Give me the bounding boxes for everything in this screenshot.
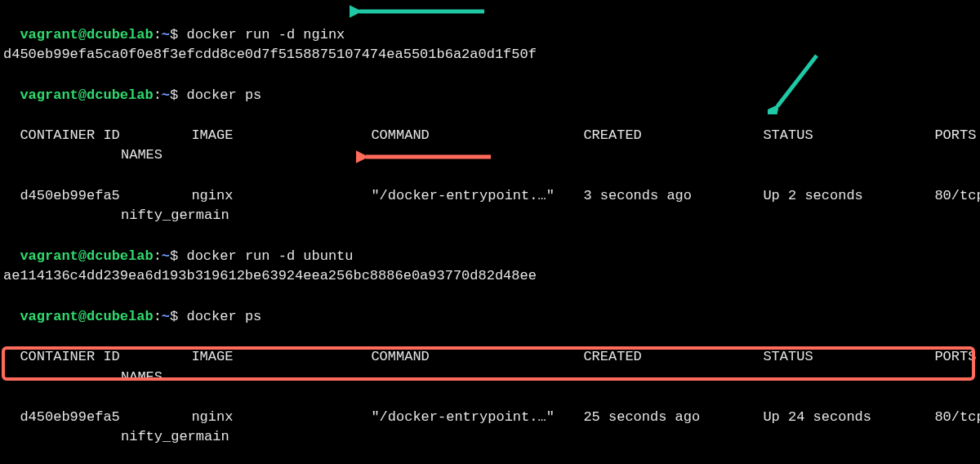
prompt-host: dcubelab <box>87 87 154 103</box>
table-header: CONTAINER IDIMAGECOMMANDCREATEDSTATUSPOR… <box>3 327 977 367</box>
cell-ports: 80/tcp <box>934 186 980 207</box>
command-text: docker run -d nginx <box>186 27 345 42</box>
table-row-wrap: nifty_germain <box>3 206 977 226</box>
col-ports: PORTS <box>934 126 980 146</box>
cell-command: "/docker-entrypoint.…" <box>371 408 583 428</box>
cell-ports: 80/tcp <box>934 408 980 428</box>
prompt-colon: : <box>154 87 162 103</box>
prompt-user: vagrant <box>20 27 78 42</box>
prompt-user: vagrant <box>20 87 78 103</box>
command-text: docker ps <box>186 87 261 103</box>
col-id: CONTAINER ID <box>20 347 191 368</box>
col-created: CREATED <box>583 126 763 146</box>
prompt-path: ~ <box>162 309 170 324</box>
col-names: NAMES <box>121 147 163 163</box>
prompt-colon: : <box>154 309 162 324</box>
prompt-at: @ <box>78 309 87 324</box>
cell-name: nifty_germain <box>121 429 229 444</box>
cell-id: d450eb99efa5 <box>20 408 191 428</box>
col-image: IMAGE <box>191 126 371 146</box>
col-command: COMMAND <box>371 347 583 368</box>
cell-created: 3 seconds ago <box>583 186 763 207</box>
prompt-host: dcubelab <box>87 27 154 42</box>
col-names: NAMES <box>121 369 163 385</box>
prompt-user: vagrant <box>20 248 78 264</box>
output-hash: ae114136c4dd239ea6d193b319612be63924eea2… <box>3 266 977 287</box>
output-hash: d450eb99efa5ca0f0e8f3efcdd8ce0d7f5158875… <box>3 45 977 65</box>
table-row: d450eb99efa5nginx"/docker-entrypoint.…"3… <box>3 166 977 206</box>
col-command: COMMAND <box>371 126 583 146</box>
col-status: STATUS <box>763 126 934 146</box>
table-header-wrap: NAMES <box>3 145 977 166</box>
cell-command: "/docker-entrypoint.…" <box>371 186 583 207</box>
prompt-host: dcubelab <box>87 309 154 324</box>
terminal-line[interactable]: vagrant@dcubelab:~$ docker ps <box>3 65 977 105</box>
cell-image: nginx <box>191 186 371 207</box>
prompt-dollar: $ <box>170 87 178 103</box>
cell-name: nifty_germain <box>121 207 229 223</box>
terminal-line[interactable]: vagrant@dcubelab:~$ docker run -d ubuntu <box>3 226 977 266</box>
prompt-dollar: $ <box>170 248 178 264</box>
terminal-line[interactable]: vagrant@dcubelab:~$ docker run -d nginx <box>3 5 977 45</box>
terminal-line[interactable]: vagrant@dcubelab:~$ docker ps -a <box>3 448 977 464</box>
cell-status: Up 24 seconds <box>763 408 934 428</box>
col-status: STATUS <box>763 347 934 368</box>
prompt-dollar: $ <box>170 27 178 42</box>
command-text: docker run -d ubuntu <box>186 248 353 264</box>
prompt-path: ~ <box>162 27 170 42</box>
col-image: IMAGE <box>191 347 371 368</box>
table-row-wrap: nifty_germain <box>3 427 977 448</box>
table-row: d450eb99efa5nginx"/docker-entrypoint.…"2… <box>3 387 977 427</box>
col-id: CONTAINER ID <box>20 126 191 146</box>
command-text: docker ps <box>186 309 261 324</box>
terminal-line[interactable]: vagrant@dcubelab:~$ docker ps <box>3 287 977 327</box>
prompt-path: ~ <box>162 87 170 103</box>
cell-id: d450eb99efa5 <box>20 186 191 207</box>
prompt-at: @ <box>78 87 87 103</box>
prompt-user: vagrant <box>20 309 78 324</box>
col-created: CREATED <box>583 347 763 368</box>
cell-image: nginx <box>191 408 371 428</box>
prompt-host: dcubelab <box>87 248 154 264</box>
cell-created: 25 seconds ago <box>583 408 763 428</box>
prompt-colon: : <box>154 248 162 264</box>
col-ports: PORTS <box>934 347 980 368</box>
cell-status: Up 2 seconds <box>763 186 934 207</box>
prompt-at: @ <box>78 248 87 264</box>
prompt-path: ~ <box>162 248 170 264</box>
table-header-wrap: NAMES <box>3 368 977 388</box>
prompt-dollar: $ <box>170 309 178 324</box>
prompt-at: @ <box>78 27 87 42</box>
prompt-colon: : <box>154 27 162 42</box>
table-header: CONTAINER IDIMAGECOMMANDCREATEDSTATUSPOR… <box>3 105 977 145</box>
